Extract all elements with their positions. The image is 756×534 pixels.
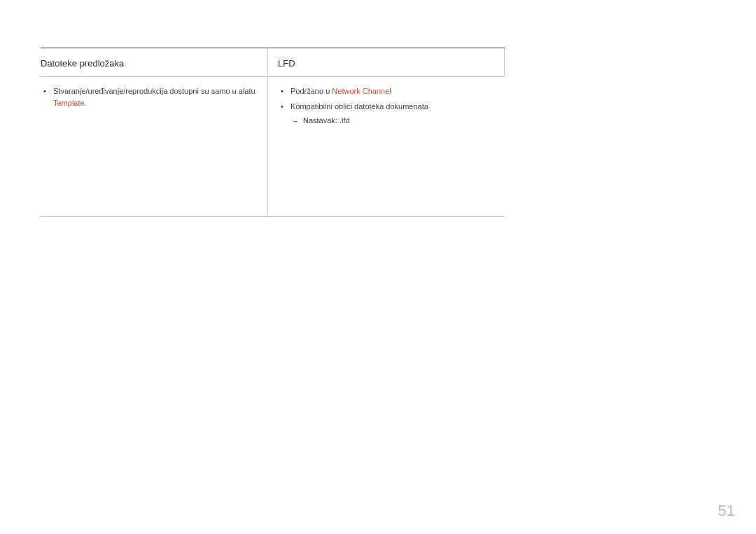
right-dash-list: Nastavak: .lfd — [290, 115, 498, 127]
left-bullet1-highlight: Template — [53, 99, 85, 107]
right-bullet-list: Podržano u Network Channel Kompatibilni … — [278, 85, 498, 127]
list-item: Podržano u Network Channel — [288, 85, 498, 97]
table-header-row: Datoteke predložaka LFD — [41, 48, 505, 77]
left-bullet-list: Stvaranje/uređivanje/reprodukcija dostup… — [41, 85, 260, 108]
right-bullet2-text: Kompatibilni oblici datoteka dokumenata — [290, 102, 428, 111]
header-left-text: Datoteke predložaka — [41, 58, 124, 69]
list-item: Stvaranje/uređivanje/reprodukcija dostup… — [50, 85, 260, 108]
file-formats-table: Datoteke predložaka LFD Stvaranje/uređiv… — [41, 48, 505, 217]
page-number: 51 — [718, 502, 735, 520]
header-cell-left: Datoteke predložaka — [41, 48, 268, 76]
left-bullet1-text: Stvaranje/uređivanje/reprodukcija dostup… — [53, 87, 255, 95]
list-item: Kompatibilni oblici datoteka dokumenata … — [288, 101, 498, 127]
header-right-text: LFD — [278, 58, 295, 69]
header-cell-right: LFD — [268, 48, 505, 76]
table-content-row: Stvaranje/uređivanje/reprodukcija dostup… — [41, 77, 505, 217]
period: . — [85, 99, 87, 107]
list-item: Nastavak: .lfd — [300, 115, 498, 127]
right-bullet1-text: Podržano u — [290, 87, 332, 95]
document-page: Datoteke predložaka LFD Stvaranje/uređiv… — [0, 0, 756, 217]
content-cell-left: Stvaranje/uređivanje/reprodukcija dostup… — [41, 77, 268, 216]
right-bullet1-highlight: Network Channel — [332, 87, 391, 95]
content-cell-right: Podržano u Network Channel Kompatibilni … — [268, 77, 505, 216]
right-dash1-text: Nastavak: .lfd — [303, 116, 350, 125]
